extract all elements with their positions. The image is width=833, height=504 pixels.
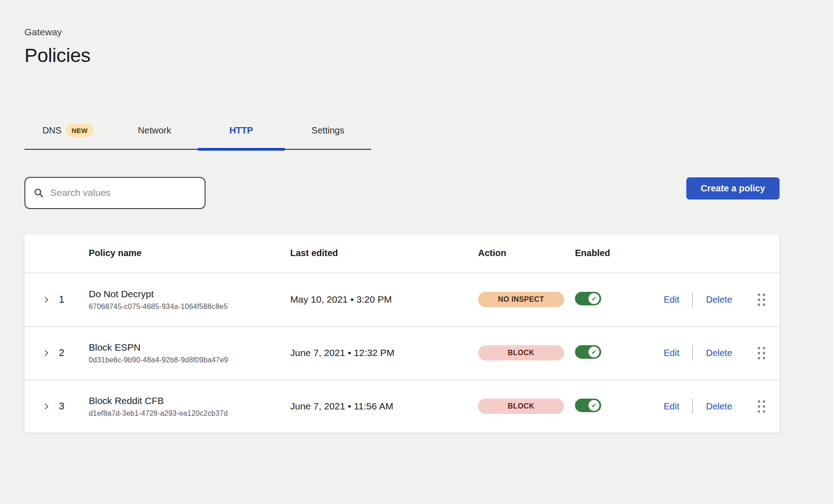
delete-link[interactable]: Delete bbox=[706, 348, 732, 358]
delete-link[interactable]: Delete bbox=[706, 401, 732, 412]
edit-link[interactable]: Edit bbox=[664, 295, 679, 305]
new-badge: NEW bbox=[66, 124, 93, 137]
tab-settings-label: Settings bbox=[311, 125, 344, 136]
row-number: 3 bbox=[59, 400, 89, 412]
table-row: 2 Block ESPN 0d31be6c-9b90-48a4-92b8-9d8… bbox=[24, 326, 780, 379]
policy-id: 0d31be6c-9b90-48a4-92b8-9d8f09ba47e9 bbox=[89, 356, 290, 364]
edit-link[interactable]: Edit bbox=[664, 348, 679, 358]
expand-chevron-icon[interactable] bbox=[41, 401, 52, 412]
action-cell: NO INSPECT bbox=[478, 292, 575, 307]
policy-name-cell: Block Reddit CFB d1ef8a7d-3eb1-4728-a293… bbox=[89, 395, 290, 418]
action-cell: BLOCK bbox=[478, 345, 575, 361]
policy-name: Block ESPN bbox=[89, 342, 290, 353]
link-divider bbox=[692, 399, 693, 414]
enabled-cell bbox=[575, 399, 664, 414]
policy-id: d1ef8a7d-3eb1-4728-a293-ea120c2cb37d bbox=[89, 409, 290, 418]
policy-table: Policy name Last edited Action Enabled 1… bbox=[24, 234, 780, 433]
toggle-check-icon bbox=[589, 293, 599, 304]
enabled-cell bbox=[575, 345, 664, 361]
row-actions-cell: Edit Delete bbox=[664, 292, 780, 307]
row-number: 1 bbox=[59, 294, 89, 305]
expand-chevron-icon[interactable] bbox=[41, 294, 52, 305]
toggle-check-icon bbox=[589, 347, 599, 357]
row-actions-cell: Edit Delete bbox=[664, 345, 780, 361]
tab-network[interactable]: Network bbox=[111, 114, 198, 149]
table-row: 3 Block Reddit CFB d1ef8a7d-3eb1-4728-a2… bbox=[24, 379, 780, 433]
search-icon bbox=[34, 188, 44, 198]
header-policy-name: Policy name bbox=[89, 248, 290, 258]
enabled-cell bbox=[575, 292, 664, 307]
link-divider bbox=[692, 292, 693, 307]
tab-bar: DNS NEW Network HTTP Settings bbox=[24, 114, 371, 150]
action-badge: NO INSPECT bbox=[478, 292, 564, 307]
row-number: 2 bbox=[59, 347, 89, 359]
header-enabled: Enabled bbox=[575, 248, 664, 258]
policy-name: Do Not Decrypt bbox=[89, 289, 290, 300]
policy-name-cell: Do Not Decrypt 67068745-c075-4685-934a-1… bbox=[89, 289, 290, 311]
expand-chevron-icon[interactable] bbox=[41, 347, 52, 358]
tab-network-label: Network bbox=[138, 125, 171, 136]
header-action: Action bbox=[478, 248, 575, 258]
action-badge: BLOCK bbox=[478, 345, 564, 361]
tab-http-label: HTTP bbox=[230, 125, 253, 136]
search-box bbox=[24, 177, 206, 209]
table-header-row: Policy name Last edited Action Enabled bbox=[24, 234, 780, 272]
breadcrumb: Gateway bbox=[24, 26, 804, 38]
table-row: 1 Do Not Decrypt 67068745-c075-4685-934a… bbox=[24, 272, 780, 326]
create-policy-button[interactable]: Create a policy bbox=[686, 177, 780, 200]
policy-name: Block Reddit CFB bbox=[89, 395, 290, 406]
last-edited-cell: May 10, 2021 • 3:20 PM bbox=[290, 294, 478, 305]
toolbar: Create a policy bbox=[24, 177, 780, 209]
tab-http[interactable]: HTTP bbox=[198, 114, 285, 149]
enabled-toggle[interactable] bbox=[575, 399, 601, 412]
action-cell: BLOCK bbox=[478, 399, 575, 414]
toggle-check-icon bbox=[589, 400, 599, 411]
active-tab-indicator bbox=[198, 148, 285, 151]
last-edited-cell: June 7, 2021 • 11:56 AM bbox=[290, 401, 478, 412]
row-actions-cell: Edit Delete bbox=[664, 399, 780, 414]
policy-name-cell: Block ESPN 0d31be6c-9b90-48a4-92b8-9d8f0… bbox=[89, 342, 290, 364]
drag-handle-icon[interactable] bbox=[758, 347, 765, 359]
delete-link[interactable]: Delete bbox=[706, 295, 732, 305]
link-divider bbox=[692, 345, 693, 361]
tab-dns[interactable]: DNS NEW bbox=[24, 114, 111, 149]
policy-id: 67068745-c075-4685-934a-1064f588c8e5 bbox=[89, 303, 290, 311]
search-input[interactable] bbox=[50, 187, 196, 198]
edit-link[interactable]: Edit bbox=[664, 401, 679, 412]
enabled-toggle[interactable] bbox=[575, 345, 601, 359]
page-title: Policies bbox=[24, 44, 804, 67]
enabled-toggle[interactable] bbox=[575, 292, 601, 305]
tab-settings[interactable]: Settings bbox=[285, 114, 372, 149]
last-edited-cell: June 7, 2021 • 12:32 PM bbox=[290, 347, 478, 358]
gateway-policies-page: Gateway Policies DNS NEW Network HTTP Se… bbox=[0, 0, 804, 433]
tab-dns-label: DNS bbox=[43, 125, 62, 136]
drag-handle-icon[interactable] bbox=[758, 400, 765, 413]
header-last-edited: Last edited bbox=[290, 248, 478, 258]
drag-handle-icon[interactable] bbox=[758, 294, 765, 306]
action-badge: BLOCK bbox=[478, 399, 564, 414]
